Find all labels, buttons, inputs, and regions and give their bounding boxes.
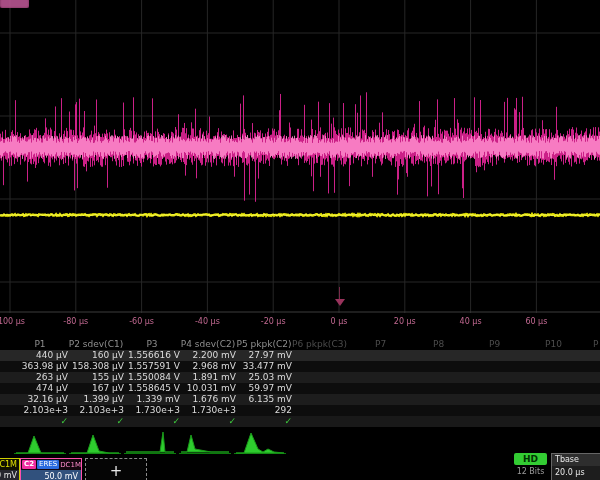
graticule-plot-area xyxy=(0,0,600,313)
c2-channel-badge: C2 xyxy=(22,460,36,469)
measurement-max: 167 µV xyxy=(68,383,124,394)
measurement-min: 1.891 mV xyxy=(180,372,236,383)
measurement-header[interactable]: P3 mean(C2) xyxy=(124,339,180,350)
c1-coupling-label: C1M xyxy=(0,459,19,470)
measurement-sdev: 1.676 mV xyxy=(180,394,236,405)
measurement-max: 10.031 mV xyxy=(180,383,236,394)
measurement-sdev: 1.399 µV xyxy=(68,394,124,405)
measurement-header[interactable]: P2 sdev(C1) xyxy=(68,339,124,350)
measurement-header-inactive[interactable]: P10 xyxy=(545,339,600,350)
measurement-status-check: ✓ xyxy=(124,416,180,427)
time-tick-label: -40 µs xyxy=(177,317,237,326)
measurement-header[interactable]: P1 mean(C1) xyxy=(12,339,68,350)
measurement-min: 263 µV xyxy=(12,372,68,383)
measurement-max: 474 µV xyxy=(12,383,68,394)
oscilloscope-screen: -100 µs-80 µs-60 µs-40 µs-20 µs0 µs20 µs… xyxy=(0,0,600,480)
measurement-value: 440 µV xyxy=(12,350,68,361)
measurement-mean: 33.477 mV xyxy=(236,361,292,372)
measurement-mean: 363.98 µV xyxy=(12,361,68,372)
hd-mode-badge: HD xyxy=(514,453,547,465)
measurement-max: 59.97 mV xyxy=(236,383,292,394)
measurement-table: P1 mean(C1)P2 sdev(C1)P3 mean(C2)P4 sdev… xyxy=(0,339,600,428)
time-tick-label: 40 µs xyxy=(441,317,501,326)
measurement-num: 2.103e+3 xyxy=(68,405,124,416)
c1-scale-value: 0 mV xyxy=(0,470,19,480)
measurement-header-inactive[interactable]: P6 pkpk(C3) xyxy=(292,339,347,350)
timebase-descriptor[interactable]: Tbase 20.0 µs xyxy=(551,453,600,480)
measurement-status-check: ✓ xyxy=(236,416,292,427)
measurement-min: 25.03 mV xyxy=(236,372,292,383)
measurement-num: 2.103e+3 xyxy=(12,405,68,416)
c2-coupling-label: DC1M xyxy=(60,461,81,469)
time-tick-label: 20 µs xyxy=(375,317,435,326)
time-tick-label: -80 µs xyxy=(46,317,106,326)
time-axis: -100 µs-80 µs-60 µs-40 µs-20 µs0 µs20 µs… xyxy=(0,313,600,338)
measurement-value: 2.200 mV xyxy=(180,350,236,361)
measurement-mean: 1.557591 V xyxy=(124,361,180,372)
measurement-num: 1.730e+3 xyxy=(124,405,180,416)
measurement-value: 27.97 mV xyxy=(236,350,292,361)
c2-eres-badge: ERES xyxy=(37,460,59,469)
measurement-max: 1.558645 V xyxy=(124,383,180,394)
trigger-position-marker[interactable] xyxy=(335,299,345,306)
measurement-mean: 158.308 µV xyxy=(68,361,124,372)
measurement-header[interactable]: P5 pkpk(C2) xyxy=(236,339,292,350)
c2-scale-value: 50.0 mV xyxy=(21,470,81,480)
measurement-status-check: ✓ xyxy=(12,416,68,427)
descriptor-bar: C1M 0 mV C2 ERES DC1M 50.0 mV + HD 12 Bi… xyxy=(0,452,600,480)
time-tick-label: -20 µs xyxy=(243,317,303,326)
measurement-status-check: ✓ xyxy=(180,416,236,427)
measurement-value: 160 µV xyxy=(68,350,124,361)
waveform-traces xyxy=(0,0,600,313)
measurement-min: 1.550084 V xyxy=(124,372,180,383)
measurement-mean: 2.968 mV xyxy=(180,361,236,372)
measurement-status-check: ✓ xyxy=(68,416,124,427)
time-tick-label: 60 µs xyxy=(506,317,566,326)
measurement-header[interactable]: P4 sdev(C2) xyxy=(180,339,236,350)
measurement-sdev: 1.339 mV xyxy=(124,394,180,405)
add-trace-button[interactable]: + xyxy=(85,458,147,480)
timebase-title: Tbase xyxy=(552,454,600,466)
measurement-value: 1.556616 V xyxy=(124,350,180,361)
measurement-header-inactive[interactable]: P8 xyxy=(433,339,488,350)
channel-descriptor-c2[interactable]: C2 ERES DC1M 50.0 mV xyxy=(20,458,82,480)
time-tick-label: -60 µs xyxy=(112,317,172,326)
channel-descriptor-c1[interactable]: C1M 0 mV xyxy=(0,458,20,480)
measurement-num: 292 xyxy=(236,405,292,416)
time-tick-label: -100 µs xyxy=(0,317,40,326)
hd-bits-label: 12 Bits xyxy=(510,467,551,476)
cropped-overlay-label xyxy=(0,0,29,8)
measurement-sdev: 32.16 µV xyxy=(12,394,68,405)
measurement-num: 1.730e+3 xyxy=(180,405,236,416)
time-tick-label: 0 µs xyxy=(309,317,369,326)
measurement-sdev: 6.135 mV xyxy=(236,394,292,405)
measurement-header-inactive[interactable]: P xyxy=(593,339,600,350)
timebase-scale: 20.0 µs xyxy=(552,466,600,479)
measurement-header-inactive[interactable]: P9 xyxy=(489,339,544,350)
measurement-min: 155 µV xyxy=(68,372,124,383)
measurement-header-inactive[interactable]: P7 xyxy=(375,339,430,350)
